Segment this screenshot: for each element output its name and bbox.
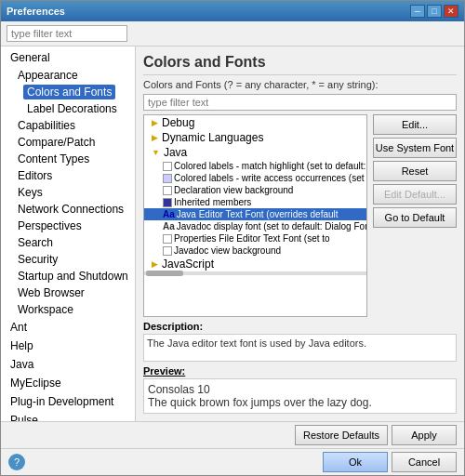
edit-button[interactable]: Edit... bbox=[373, 114, 457, 135]
sidebar-item-plug-in-dev[interactable]: Plug-in Development bbox=[1, 392, 135, 411]
sidebar-item-label-decorations[interactable]: Label Decorations bbox=[1, 100, 135, 117]
edit-default-button[interactable]: Edit Default... bbox=[373, 184, 457, 205]
sidebar-item-appearance[interactable]: Appearance bbox=[1, 67, 135, 84]
tree-item-label: Properties File Editor Text Font (set to bbox=[174, 233, 330, 244]
window-controls: ─ □ ✕ bbox=[410, 5, 458, 18]
sidebar-item-startup-shutdown[interactable]: Startup and Shutdown bbox=[1, 268, 135, 284]
apply-button[interactable]: Apply bbox=[392, 425, 457, 445]
bottom-section: Restore Defaults Apply ? Ok Cancel bbox=[1, 421, 464, 475]
titlebar: Preferences ─ □ ✕ bbox=[1, 1, 464, 21]
tree-item-label: JavaScript bbox=[162, 258, 214, 271]
font-icon: Aa bbox=[163, 221, 175, 231]
sidebar-item-colors-fonts[interactable]: Colors and Fonts bbox=[1, 84, 135, 100]
tree-item-java[interactable]: ▼ Java bbox=[144, 145, 366, 160]
sidebar-item-compare-patch[interactable]: Compare/Patch bbox=[1, 134, 135, 151]
sidebar-item-general[interactable]: General bbox=[1, 48, 135, 67]
sidebar-item-network-connections[interactable]: Network Connections bbox=[1, 201, 135, 218]
help-button[interactable]: ? bbox=[8, 454, 25, 470]
sidebar-item-security[interactable]: Security bbox=[1, 251, 135, 268]
tree-item-colored-labels-write[interactable]: Colored labels - write access occurrence… bbox=[144, 172, 366, 184]
color-swatch bbox=[163, 162, 172, 171]
sidebar-item-web-browser[interactable]: Web Browser bbox=[1, 284, 135, 301]
right-panel: Colors and Fonts Colors and Fonts (? = a… bbox=[136, 46, 464, 421]
tree-item-declaration-view-bg[interactable]: Declaration view background bbox=[144, 184, 366, 196]
close-button[interactable]: ✕ bbox=[444, 5, 458, 18]
sidebar-item-search[interactable]: Search bbox=[1, 234, 135, 251]
filter-input[interactable] bbox=[7, 25, 127, 42]
filter-bar bbox=[1, 21, 464, 46]
restore-apply-bar: Restore Defaults Apply bbox=[1, 421, 464, 448]
go-to-default-button[interactable]: Go to Default bbox=[373, 207, 457, 228]
description-section: Description: The Java editor text font i… bbox=[143, 321, 457, 362]
middle-area: ▶ Debug ▶ Dynamic Languages ▼ Java bbox=[143, 114, 457, 317]
reset-button[interactable]: Reset bbox=[373, 161, 457, 181]
description-text: The Java editor text font is used by Jav… bbox=[143, 334, 457, 362]
preview-sample-text: The quick brown fox jumps over the lazy … bbox=[148, 396, 452, 409]
color-swatch bbox=[163, 246, 172, 256]
tree-item-label: Java Editor Text Font (overrides default bbox=[177, 209, 339, 219]
tree-item-label: Declaration view background bbox=[174, 185, 293, 195]
description-label: Description: bbox=[143, 321, 457, 332]
sidebar-item-ant[interactable]: Ant bbox=[1, 318, 135, 337]
tree-item-javadoc-display-font[interactable]: Aa Javadoc display font (set to default:… bbox=[144, 220, 366, 232]
restore-defaults-button[interactable]: Restore Defaults bbox=[295, 425, 388, 445]
tree-item-debug[interactable]: ▶ Debug bbox=[144, 115, 366, 130]
horizontal-scrollbar[interactable] bbox=[144, 271, 366, 275]
tree-item-label: Java bbox=[164, 146, 187, 159]
sidebar-item-workspace[interactable]: Workspace bbox=[1, 301, 135, 318]
sidebar-item-capabilities[interactable]: Capabilities bbox=[1, 117, 135, 134]
buttons-panel: Edit... Use System Font Reset Edit Defau… bbox=[373, 114, 457, 317]
main-content: General Appearance Colors and Fonts Labe… bbox=[1, 46, 464, 421]
ok-button[interactable]: Ok bbox=[323, 452, 388, 472]
tree-item-colored-labels-match[interactable]: Colored labels - match highlight (set to… bbox=[144, 160, 366, 172]
tree-item-java-editor-text-font[interactable]: Aa Java Editor Text Font (overrides defa… bbox=[144, 208, 366, 220]
sidebar-item-keys[interactable]: Keys bbox=[1, 184, 135, 201]
tree-item-label: Colored labels - write access occurrence… bbox=[174, 173, 366, 183]
folder-icon: ▶ bbox=[152, 118, 158, 127]
tree-item-label: Colored labels - match highlight (set to… bbox=[174, 161, 365, 171]
color-swatch bbox=[163, 198, 172, 207]
tree-item-javascript[interactable]: ▶ JavaScript bbox=[144, 257, 366, 271]
preferences-window: Preferences ─ □ ✕ General Appearance Col… bbox=[0, 0, 465, 476]
color-swatch bbox=[163, 234, 172, 244]
ok-cancel-bar: ? Ok Cancel bbox=[1, 448, 464, 475]
sidebar-item-help[interactable]: Help bbox=[1, 337, 135, 355]
tree-item-label: Javadoc view background bbox=[174, 245, 281, 256]
tree-item-label: Debug bbox=[162, 116, 194, 129]
tree-item-javadoc-view-bg[interactable]: Javadoc view background bbox=[144, 245, 366, 257]
tree-item-inherited-members[interactable]: Inherited members bbox=[144, 196, 366, 208]
use-system-font-button[interactable]: Use System Font bbox=[373, 138, 457, 158]
tree-item-label: Javadoc display font (set to default: Di… bbox=[177, 221, 366, 231]
panel-title: Colors and Fonts bbox=[143, 54, 457, 75]
sidebar: General Appearance Colors and Fonts Labe… bbox=[1, 46, 136, 421]
minimize-button[interactable]: ─ bbox=[410, 5, 425, 18]
tree-item-label: Inherited members bbox=[174, 197, 251, 207]
preview-box: Consolas 10 The quick brown fox jumps ov… bbox=[143, 378, 457, 414]
preview-section: Preview: Consolas 10 The quick brown fox… bbox=[143, 365, 457, 414]
window-title: Preferences bbox=[7, 6, 65, 17]
preview-label: Preview: bbox=[143, 365, 457, 377]
sidebar-item-pulse[interactable]: Pulse bbox=[1, 411, 135, 421]
tree-item-label: Dynamic Languages bbox=[162, 131, 263, 144]
color-swatch bbox=[163, 174, 172, 183]
cancel-button[interactable]: Cancel bbox=[392, 452, 457, 472]
tree-item-dynamic-languages[interactable]: ▶ Dynamic Languages bbox=[144, 130, 366, 145]
font-icon: Aa bbox=[163, 209, 175, 219]
tree-list[interactable]: ▶ Debug ▶ Dynamic Languages ▼ Java bbox=[143, 114, 367, 317]
color-swatch bbox=[163, 186, 172, 195]
sidebar-item-editors[interactable]: Editors bbox=[1, 167, 135, 184]
sidebar-item-myeclipse[interactable]: MyEclipse bbox=[1, 374, 135, 392]
sidebar-item-perspectives[interactable]: Perspectives bbox=[1, 218, 135, 234]
preview-font-name: Consolas 10 bbox=[148, 383, 452, 396]
sidebar-item-content-types[interactable]: Content Types bbox=[1, 151, 135, 167]
folder-icon: ▶ bbox=[152, 133, 158, 142]
sidebar-item-java[interactable]: Java bbox=[1, 355, 135, 374]
edit-button-container: Edit... bbox=[373, 114, 457, 135]
folder-icon: ▶ bbox=[152, 259, 158, 269]
ok-cancel-buttons: Ok Cancel bbox=[323, 452, 457, 472]
maximize-button[interactable]: □ bbox=[427, 5, 442, 18]
panel-description: Colors and Fonts (? = any character, * =… bbox=[143, 79, 457, 90]
tree-item-properties-file-editor[interactable]: Properties File Editor Text Font (set to bbox=[144, 232, 366, 245]
folder-open-icon: ▼ bbox=[152, 148, 160, 157]
panel-filter-input[interactable] bbox=[143, 94, 457, 111]
